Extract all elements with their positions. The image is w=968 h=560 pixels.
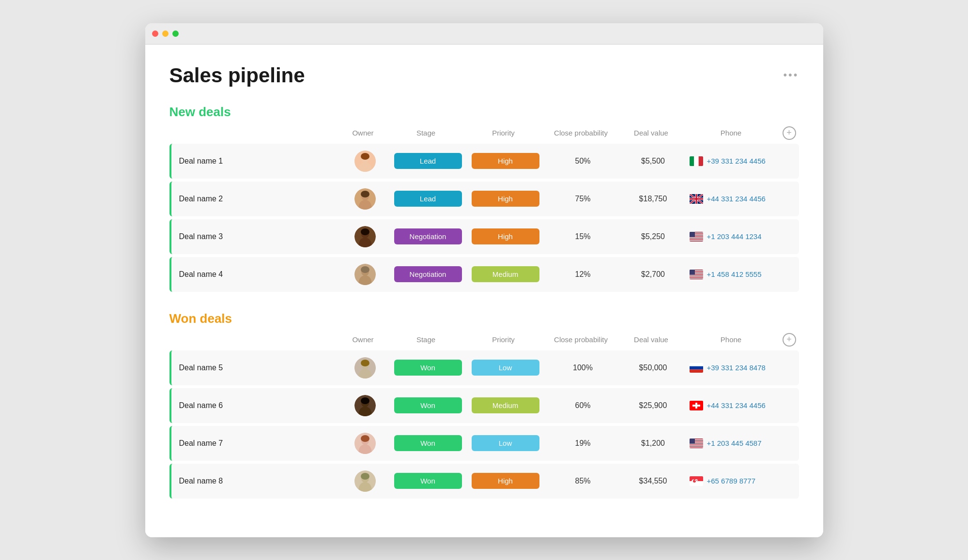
phone-number[interactable]: +44 331 234 4456 (707, 195, 766, 203)
flag-icon (690, 476, 703, 486)
deal-name: Deal name 8 (171, 477, 341, 485)
svg-point-12 (361, 228, 369, 235)
phone-number[interactable]: +1 203 444 1234 (707, 232, 762, 241)
stage-cell: Lead (389, 191, 467, 207)
probability-cell: 12% (544, 270, 622, 279)
priority-badge[interactable]: Low (472, 435, 539, 451)
won-deals-header: Won deals (169, 311, 799, 326)
close-button[interactable] (152, 30, 158, 37)
svg-rect-51 (690, 443, 703, 444)
stage-badge[interactable]: Won (394, 397, 462, 413)
new-deals-rows: Deal name 1 Lead High 50% $5,500 (169, 144, 799, 292)
stage-badge[interactable]: Lead (394, 153, 462, 169)
table-row[interactable]: Deal name 4 Negotiation Medium 12% $2,70… (169, 257, 799, 292)
stage-badge[interactable]: Won (394, 360, 462, 376)
svg-rect-28 (690, 274, 703, 275)
col-priority: Priority (465, 129, 542, 137)
probability-cell: 19% (544, 439, 622, 448)
table-row[interactable]: Deal name 1 Lead High 50% $5,500 (169, 144, 799, 179)
won-deals-title: Won deals (169, 311, 232, 326)
stage-cell: Won (389, 397, 467, 413)
phone-number[interactable]: +1 458 412 5555 (707, 270, 762, 278)
value-cell: $25,900 (622, 401, 685, 410)
phone-number[interactable]: +1 203 445 4587 (707, 439, 762, 447)
phone-number[interactable]: +44 331 234 4456 (707, 401, 766, 409)
stage-cell: Lead (389, 153, 467, 169)
avatar (354, 226, 376, 247)
phone-cell: +39 331 234 4456 (685, 156, 780, 166)
svg-rect-30 (690, 277, 703, 278)
col-stage: Stage (387, 129, 465, 137)
stage-cell: Won (389, 360, 467, 376)
priority-cell: High (467, 228, 544, 244)
owner-cell (341, 357, 389, 378)
phone-number[interactable]: +65 6789 8777 (707, 477, 756, 485)
page-title: Sales pipeline (169, 64, 305, 87)
col-phone: Phone (683, 129, 780, 137)
owner-cell (341, 395, 389, 416)
col-owner-won: Owner (339, 335, 387, 344)
table-row[interactable]: Deal name 2 Lead High 75% $18,750 (169, 182, 799, 216)
won-deals-columns: Owner Stage Priority Close probability D… (169, 333, 799, 350)
avatar (354, 470, 376, 492)
table-row[interactable]: Deal name 8 Won High 85% $34,550 (169, 464, 799, 499)
phone-number[interactable]: +39 331 234 4456 (707, 157, 766, 165)
value-cell: $2,700 (622, 270, 685, 279)
svg-point-66 (694, 480, 695, 481)
stage-cell: Negotiation (389, 266, 467, 282)
priority-badge[interactable]: High (472, 153, 539, 169)
avatar (354, 433, 376, 454)
phone-cell: +65 6789 8777 (685, 476, 780, 486)
probability-cell: 50% (544, 157, 622, 166)
avatar (354, 151, 376, 172)
priority-badge[interactable]: High (472, 228, 539, 244)
svg-point-65 (696, 480, 697, 481)
new-deals-title: New deals (169, 105, 231, 120)
svg-rect-20 (690, 232, 695, 237)
add-won-deal-button[interactable]: + (783, 333, 796, 347)
priority-badge[interactable]: Low (472, 360, 539, 376)
probability-cell: 85% (544, 477, 622, 485)
stage-badge[interactable]: Won (394, 473, 462, 489)
owner-cell (341, 433, 389, 454)
owner-cell (341, 226, 389, 247)
stage-cell: Negotiation (389, 228, 467, 244)
priority-badge[interactable]: High (472, 191, 539, 207)
col-value: Deal value (620, 129, 683, 137)
deal-name: Deal name 2 (171, 195, 341, 203)
priority-badge[interactable]: Medium (472, 397, 539, 413)
table-row[interactable]: Deal name 3 Negotiation High 15% $5,250 (169, 219, 799, 254)
add-new-deal-button[interactable]: + (783, 126, 796, 140)
avatar (354, 395, 376, 416)
svg-point-46 (361, 435, 369, 442)
stage-badge[interactable]: Negotiation (394, 266, 462, 282)
titlebar (145, 23, 823, 45)
won-deals-section: Won deals Owner Stage Priority Close pro… (169, 311, 799, 499)
priority-badge[interactable]: Medium (472, 266, 539, 282)
svg-point-34 (361, 360, 369, 366)
priority-cell: Medium (467, 266, 544, 282)
col-prob: Close probability (542, 129, 620, 137)
minimize-button[interactable] (162, 30, 169, 37)
priority-cell: High (467, 191, 544, 207)
stage-badge[interactable]: Won (394, 435, 462, 451)
priority-badge[interactable]: High (472, 473, 539, 489)
more-options-icon[interactable]: ••• (783, 69, 799, 81)
svg-rect-54 (690, 439, 695, 444)
svg-rect-35 (690, 363, 703, 366)
table-row[interactable]: Deal name 5 Won Low 100% $50,000 (169, 350, 799, 385)
svg-rect-4 (694, 156, 698, 166)
stage-badge[interactable]: Lead (394, 191, 462, 207)
phone-cell: +1 458 412 5555 (685, 270, 780, 279)
svg-point-8 (361, 191, 369, 197)
stage-badge[interactable]: Negotiation (394, 228, 462, 244)
svg-rect-36 (690, 366, 703, 369)
phone-number[interactable]: +39 331 234 8478 (707, 363, 766, 372)
priority-cell: Medium (467, 397, 544, 413)
table-row[interactable]: Deal name 7 Won Low 19% $1,200 (169, 426, 799, 461)
table-row[interactable]: Deal name 6 Won Medium 60% $25,900 (169, 388, 799, 423)
priority-cell: High (467, 473, 544, 489)
deal-name: Deal name 7 (171, 439, 341, 448)
maximize-button[interactable] (172, 30, 179, 37)
flag-icon (690, 363, 703, 373)
